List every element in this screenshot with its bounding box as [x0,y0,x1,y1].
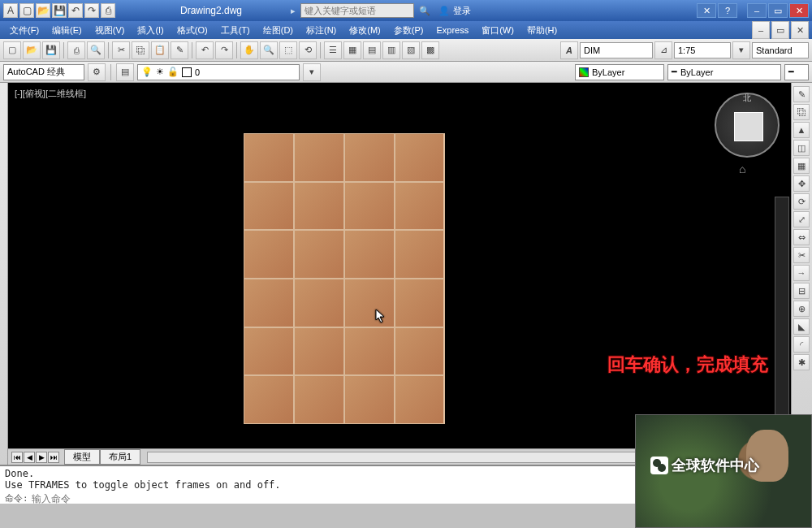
menu-tools[interactable]: 工具(T) [214,23,257,38]
paste-button[interactable]: 📋 [151,41,169,59]
pan-button[interactable]: ✋ [240,41,258,59]
title-bar: A ▢ 📂 💾 ↶ ↷ ⎙ Drawing2.dwg ▸ 🔍 👤 登录 ✕ ? … [0,0,812,21]
trim-button[interactable]: ✂ [793,247,810,263]
linetype-combo[interactable]: ━ ByLayer [667,64,781,80]
scale-icon[interactable]: ▾ [732,41,750,59]
match-button[interactable]: ✎ [171,41,188,59]
login-area[interactable]: 👤 登录 [438,5,471,17]
minimize-button[interactable]: – [747,3,767,18]
quick-access-toolbar: A ▢ 📂 💾 ↶ ↷ ⎙ [3,3,115,18]
undo-button[interactable]: ↶ [196,41,214,59]
copy-obj-button[interactable]: ⿻ [793,104,810,120]
menu-file[interactable]: 文件(F) [3,23,45,38]
chamfer-button[interactable]: ◣ [793,318,810,335]
layer-combo[interactable]: 💡 ☀ 🔓 0 [137,64,300,80]
color-combo[interactable]: ByLayer [575,64,664,80]
tab-layout1[interactable]: 布局1 [100,449,140,465]
tab-first-icon[interactable]: ⏮ [11,452,23,463]
menu-edit[interactable]: 编辑(E) [45,23,89,38]
tool-palette-button[interactable]: ▤ [363,41,381,59]
menu-express[interactable]: Express [430,24,475,37]
drawing-canvas[interactable]: [-][俯视][二维线框] 回车确认，完成填充 北 ⌂ [8,83,791,448]
maximize-button[interactable]: ▭ [768,3,788,18]
undo-icon[interactable]: ↶ [68,3,83,18]
close-button[interactable]: ✕ [789,3,809,18]
sheet-set-button[interactable]: ▥ [382,41,400,59]
doc-restore-button[interactable]: ▭ [771,21,789,39]
tile-hatch-object[interactable] [244,133,445,424]
workspace-combo[interactable]: AutoCAD 经典 [3,64,84,80]
menu-modify[interactable]: 修改(M) [343,23,387,38]
array-button[interactable]: ▦ [793,158,810,174]
menu-insert[interactable]: 插入(I) [131,23,170,38]
dim-style-combo[interactable]: DIM [580,42,653,58]
layer-states-button[interactable]: ▾ [303,63,321,81]
menu-view[interactable]: 视图(V) [89,23,132,38]
preview-button[interactable]: 🔍 [87,41,105,59]
new-icon[interactable]: ▢ [19,3,34,18]
cut-button[interactable]: ✂ [112,41,130,59]
markup-button[interactable]: ▧ [402,41,420,59]
open-icon[interactable]: 📂 [36,3,50,18]
redo-button[interactable]: ↷ [215,41,233,59]
tab-prev-icon[interactable]: ◀ [24,452,35,463]
fillet-button[interactable]: ◜ [793,336,810,353]
workspace-gear-icon[interactable]: ⚙ [88,63,106,81]
explode-button[interactable]: ✱ [793,354,810,370]
offset-button[interactable]: ◫ [793,140,810,156]
help-icon[interactable]: ? [718,3,737,18]
compass-ring[interactable]: 北 [715,93,780,158]
copy-button[interactable]: ⿻ [132,41,149,59]
menu-window[interactable]: 窗口(W) [475,23,520,38]
doc-close-button[interactable]: ✕ [791,21,809,39]
rotate-button[interactable]: ⟳ [793,193,810,210]
menu-help[interactable]: 帮助(H) [520,23,564,38]
layer-props-button[interactable]: ▤ [116,63,134,81]
tab-model[interactable]: 模型 [64,449,100,465]
save-icon[interactable]: 💾 [52,3,67,18]
view-cube-face[interactable] [734,112,763,141]
lineweight-combo[interactable]: ━ [784,64,809,80]
text-style-combo[interactable]: Standard [752,42,809,58]
open-button[interactable]: 📂 [23,41,41,59]
move-button[interactable]: ✥ [793,175,810,192]
viewport-label[interactable]: [-][俯视][二维线框] [15,88,86,100]
zoom-prev-button[interactable]: ⟲ [299,41,317,59]
mirror-button[interactable]: ▲ [793,122,810,138]
view-home-icon[interactable]: ⌂ [739,162,745,175]
break-button[interactable]: ⊟ [793,283,810,299]
properties-button[interactable]: ☰ [324,41,342,59]
doc-minimize-button[interactable]: – [752,21,770,39]
tab-last-icon[interactable]: ⏭ [48,452,59,463]
stretch-button[interactable]: ⇔ [793,229,810,245]
search-input[interactable] [300,3,414,18]
print-icon[interactable]: ⎙ [101,3,115,18]
annotation-icon[interactable]: A [560,41,578,59]
design-center-button[interactable]: ▦ [343,41,361,59]
app-icon[interactable]: A [3,3,18,18]
erase-button[interactable]: ✎ [793,86,810,102]
exchange-icon[interactable]: ✕ [697,3,716,18]
watermark-overlay: 全球软件中心 [635,414,812,528]
zoom-button[interactable]: 🔍 [260,41,278,59]
tab-next-icon[interactable]: ▶ [36,452,47,463]
join-button[interactable]: ⊕ [793,301,810,317]
extend-button[interactable]: → [793,265,810,281]
plot-button[interactable]: ⎙ [67,41,85,59]
menu-draw[interactable]: 绘图(D) [257,23,300,38]
info-center: ▸ 🔍 [291,3,430,18]
scale-combo[interactable]: 1:75 [674,42,731,58]
scale-button[interactable]: ⤢ [793,211,810,227]
redo-icon[interactable]: ↷ [84,3,99,18]
save-button[interactable]: 💾 [42,41,60,59]
menu-dimension[interactable]: 标注(N) [300,23,343,38]
calc-button[interactable]: ▩ [421,41,439,59]
new-button[interactable]: ▢ [3,41,21,59]
zoom-window-button[interactable]: ⬚ [279,41,297,59]
search-icon[interactable]: 🔍 [419,6,430,16]
dim-icon[interactable]: ⊿ [654,41,672,59]
view-cube[interactable]: 北 ⌂ [715,93,780,174]
navigation-bar[interactable] [775,197,789,424]
menu-format[interactable]: 格式(O) [171,23,214,38]
menu-parametric[interactable]: 参数(P) [387,23,430,38]
